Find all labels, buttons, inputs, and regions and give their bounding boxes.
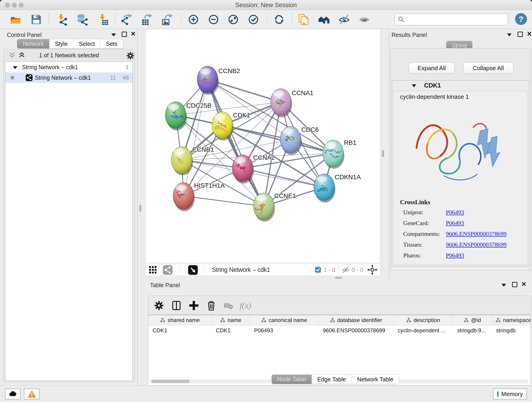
node-CDC25B[interactable]: CDC25B [165,102,211,130]
delete-column-icon[interactable] [206,300,217,311]
search-input[interactable] [394,13,508,26]
zoom-selected-icon[interactable] [247,13,259,26]
panel-float-icon[interactable] [122,32,127,37]
protein-collapse-icon[interactable] [412,84,416,87]
column-header-name[interactable]: name [212,315,250,325]
network-collection-row[interactable]: String Network – cdk1 1 [6,62,133,72]
column-header-canonical-name[interactable]: canonical name [250,315,319,325]
panel-close-icon[interactable]: ✕ [131,32,136,36]
hide-eye-icon[interactable] [338,13,350,26]
table-cell[interactable]: P06493 [250,325,319,336]
collapse-all-button[interactable]: Collapse All [463,63,513,74]
table-tab-edge-table[interactable]: Edge Table [312,375,352,384]
export-image-icon[interactable] [161,13,173,26]
show-columns-icon[interactable] [171,300,182,311]
column-header-@id[interactable]: @id [453,315,492,325]
column-header-shared-name[interactable]: shared name [148,315,212,325]
import-network-file-icon[interactable] [56,13,68,26]
panel-close-icon[interactable]: ✕ [527,32,532,36]
table-cell[interactable]: 9606.ENSP00000378699 [319,325,394,336]
column-header-description[interactable]: description [394,315,453,325]
export-table-icon[interactable] [141,13,153,26]
hidden-eye-icon[interactable] [342,266,350,274]
panel-float-icon[interactable] [518,32,523,37]
table-options-gear-icon[interactable] [153,300,165,311]
scrollbar-thumb[interactable] [151,380,190,383]
help-button[interactable]: ? [515,13,527,25]
home-networks-icon[interactable] [318,13,330,26]
zoom-fit-icon[interactable] [227,13,239,26]
panel-float-icon[interactable] [512,282,517,287]
open-session-icon[interactable] [10,13,22,26]
tab-style[interactable]: Style [50,39,74,48]
table-cell[interactable]: stringdb:9... [453,325,492,336]
node-CDC6[interactable]: CDC6 [280,126,319,155]
crosslink-link[interactable]: P06493 [446,209,507,216]
crosslink-link[interactable]: 9606.ENSP00000378699 [446,241,507,248]
table-tab-node-table[interactable]: Node Table [272,375,312,384]
panel-menu-icon[interactable] [501,284,506,287]
table-data-row[interactable]: CDK1CDK1P064939606.ENSP00000378699cyclin… [148,325,531,336]
node-CCNB2[interactable]: CCNB2 [197,66,240,95]
table-tab-network-table[interactable]: Network Table [352,375,399,384]
grid-view-icon[interactable] [149,266,157,274]
network-view-toolbar: String Network – cdk1 1 - 0 0 - 0 [145,263,380,276]
tab-sets[interactable]: Sets [101,39,123,48]
node-RB1[interactable]: RB1 [323,139,356,169]
selected-checkbox-icon[interactable] [315,267,321,273]
node-CDK1[interactable]: CDK1 [212,112,250,140]
export-network-icon[interactable] [121,13,133,26]
crosslink-link[interactable]: P06493 [446,252,507,259]
table-cell[interactable]: CDK1 [148,325,212,336]
network-row-selected[interactable]: String Network – cdk1 11 48 [6,72,133,83]
birds-eye-view-icon[interactable] [188,265,198,275]
table-cell[interactable]: stringdb [492,325,531,336]
toolbar-separator [267,14,267,25]
column-header-database-identifier[interactable]: database identifier [319,315,394,325]
collection-expand-icon[interactable] [13,66,17,69]
splitter-handle[interactable] [382,150,384,157]
results-scrollbar[interactable] [392,268,529,270]
panel-menu-icon[interactable] [111,33,116,36]
column-type-icon [160,318,165,323]
warning-status-button[interactable] [24,389,39,400]
crosslink-row: Uniprot:P06493 [403,209,507,216]
add-column-icon[interactable] [188,300,199,311]
cloud-status-button[interactable] [5,389,21,400]
warning-icon [27,390,36,398]
table-header-row: shared namenamecanonical namedatabase id… [148,315,531,325]
zoom-in-icon[interactable] [187,13,199,26]
panel-close-icon[interactable]: ✕ [521,282,526,287]
expand-all-button[interactable]: Expand All [409,63,455,74]
pan-crosshair-icon[interactable] [367,265,377,275]
network-options-gear-icon[interactable] [126,51,135,60]
network-canvas[interactable]: CCNB2CCNA1CDC25BCDK1CDC6RB1CCNB1CCNA2CDK… [145,29,380,263]
network-share-icon[interactable] [163,265,172,275]
save-session-icon[interactable] [30,13,42,26]
tab-network[interactable]: Network [17,39,50,48]
node-CDKN1A[interactable]: CDKN1A [314,173,361,203]
splitter-handle[interactable] [139,205,141,212]
current-network-name: String Network – cdk1 [212,266,270,274]
import-table-file-icon[interactable] [97,13,109,26]
crosslink-label: Compartments: [403,230,446,237]
delete-table-icon [223,300,233,311]
node-CCNB1[interactable]: CCNB1 [171,146,214,175]
crosslink-label: Tissues: [403,241,446,248]
panel-menu-icon[interactable] [507,33,512,36]
show-eye-icon[interactable] [358,13,370,26]
crosslink-link[interactable]: P06493 [446,220,507,227]
crosslink-link[interactable]: 9606.ENSP00000378699 [446,230,507,237]
crosslink-row: Tissues:9606.ENSP00000378699 [403,241,507,248]
table-cell[interactable]: CDK1 [212,325,250,336]
memory-button[interactable]: Memory [493,389,527,400]
snapshot-icon[interactable] [298,13,309,26]
node-HIST1H1A[interactable]: HIST1H1A [173,182,225,211]
import-network-database-icon[interactable] [76,13,88,26]
node-CCNE1[interactable]: CCNE1 [253,192,296,222]
zoom-out-icon[interactable] [208,13,220,26]
tab-select[interactable]: Select [73,39,100,48]
refresh-icon[interactable] [273,13,285,26]
column-header-namespace[interactable]: namespace [492,315,531,325]
table-cell[interactable]: cyclin-dependent ... [394,325,453,336]
